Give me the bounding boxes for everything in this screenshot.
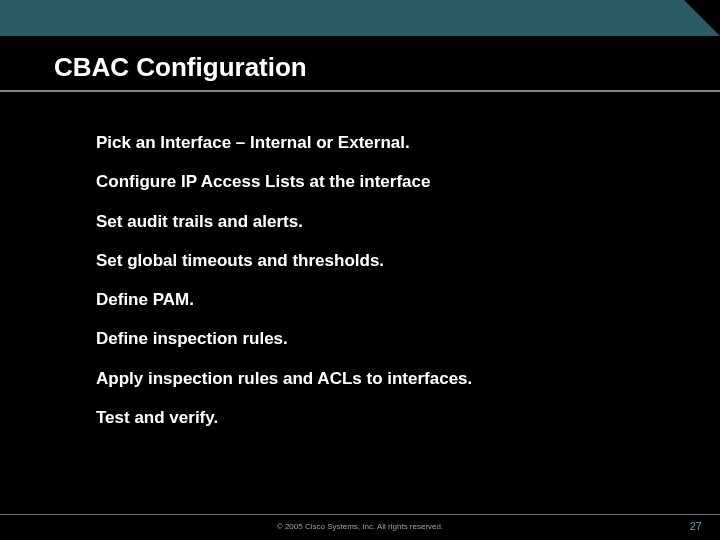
footer-copyright: © 2005 Cisco Systems, Inc. All rights re… xyxy=(0,522,720,531)
corner-notch xyxy=(684,0,720,36)
header-bar xyxy=(0,0,720,36)
title-underline xyxy=(0,90,720,92)
list-item: Define inspection rules. xyxy=(96,328,660,349)
bullet-list: Pick an Interface – Internal or External… xyxy=(96,132,660,446)
list-item: Set audit trails and alerts. xyxy=(96,211,660,232)
slide-title: CBAC Configuration xyxy=(54,52,307,83)
list-item: Set global timeouts and thresholds. xyxy=(96,250,660,271)
list-item: Define PAM. xyxy=(96,289,660,310)
list-item: Test and verify. xyxy=(96,407,660,428)
footer-divider xyxy=(0,514,720,515)
list-item: Configure IP Access Lists at the interfa… xyxy=(96,171,660,192)
footer: © 2005 Cisco Systems, Inc. All rights re… xyxy=(0,514,720,540)
page-number: 27 xyxy=(690,520,702,532)
list-item: Pick an Interface – Internal or External… xyxy=(96,132,660,153)
list-item: Apply inspection rules and ACLs to inter… xyxy=(96,368,660,389)
